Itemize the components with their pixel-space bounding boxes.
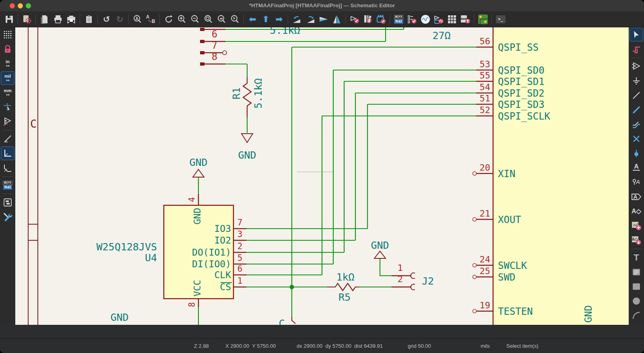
add-junction-button[interactable] (630, 147, 643, 160)
edit-symbol-button[interactable] (348, 12, 361, 26)
draw-circle-button[interactable] (630, 294, 643, 308)
select-tool-button[interactable] (630, 28, 643, 41)
connector-j2[interactable]: 1 2 J2 (392, 263, 434, 290)
units-mils-button[interactable]: mil↔ (1, 71, 14, 85)
snap-to-grid-lock-button[interactable] (1, 42, 14, 56)
add-textbox-button[interactable] (630, 265, 643, 279)
zoom-to-selection-button[interactable] (228, 12, 242, 26)
draw-rectangle-button[interactable] (630, 280, 643, 293)
properties-tools-button[interactable] (1, 210, 14, 224)
add-netclass-directive-button[interactable]: A (630, 175, 643, 189)
add-bus-button[interactable] (630, 103, 643, 117)
plot-button[interactable] (64, 12, 78, 26)
erc-button[interactable] (405, 12, 419, 26)
r5-value: 1kΩ (336, 271, 354, 283)
generate-bom-button[interactable]: .bom (458, 12, 472, 26)
wire-junction[interactable] (290, 285, 294, 289)
left-connector-pins[interactable]: 6 7 8 (200, 28, 227, 66)
navigate-back-button[interactable]: ⬅ (246, 12, 259, 26)
top-toolbar: ↺ ↻ A AB ⬅ ⬆ ➡ R??R42 .bom >_ (0, 11, 644, 27)
grid-icon (3, 30, 12, 39)
gnd-label[interactable]: GND (110, 312, 128, 323)
annotate-sidebar-button[interactable]: R??R42 (1, 178, 14, 192)
save-button[interactable] (2, 12, 16, 26)
resistor-r1[interactable]: R1 5.1kΩ (231, 77, 264, 118)
zoom-in-button[interactable] (175, 12, 188, 26)
edit-footprint-button[interactable] (374, 12, 388, 26)
highlight-net-button[interactable] (630, 42, 643, 56)
left-frame-symbol[interactable]: C (28, 27, 38, 325)
undo-button[interactable]: ↺ (100, 12, 113, 26)
full-cursor-button[interactable] (1, 100, 14, 114)
add-sheet-button[interactable] (630, 219, 643, 233)
wire-hv-button[interactable] (1, 147, 14, 160)
open-pcb-editor-button[interactable] (476, 12, 489, 26)
gnd-symbol[interactable]: GND (238, 134, 256, 161)
status-position: X 2900.00 Y 5750.00 (225, 343, 276, 349)
wire-free-angle-button[interactable] (1, 132, 14, 146)
schematic-canvas[interactable]: C (15, 27, 629, 325)
zoom-fit-objects-button[interactable] (215, 12, 228, 26)
pin-name: IO2 (214, 235, 231, 246)
erc-icon (407, 14, 417, 25)
circle-icon (632, 296, 641, 306)
add-global-label-button[interactable]: A (630, 190, 643, 204)
title-bar: *HTMAAFinalProj [HTMAAFinalProj] — Schem… (0, 0, 644, 11)
u4-reference[interactable]: U4 (145, 252, 157, 264)
right-toolbar: A A A A◇ A◇ T (629, 27, 644, 325)
find-replace-button[interactable]: AB (144, 12, 157, 26)
toggle-grid-button[interactable] (1, 28, 14, 41)
resistor-value-label[interactable]: 5.1kΩ (270, 27, 300, 36)
navigate-up-hierarchy-button[interactable]: ⬆ (259, 12, 272, 26)
add-symbol-button[interactable] (630, 60, 643, 73)
resistor-r5[interactable]: 1kΩ R5 (327, 271, 359, 303)
assign-footprints-button[interactable] (432, 12, 445, 26)
zoom-out-button[interactable] (188, 12, 202, 26)
add-hierarchical-label-button[interactable]: A◇ (630, 204, 643, 218)
gnd-symbol[interactable]: GND (189, 157, 207, 177)
add-wire-button[interactable] (630, 89, 643, 102)
schematic-setup-button[interactable] (20, 12, 33, 26)
pin-name: DI(IO0) (192, 259, 231, 269)
rotate-ccw-button[interactable] (290, 12, 303, 26)
gnd-symbol[interactable]: GND (371, 239, 389, 258)
toggle-hidden-pins-button[interactable] (1, 115, 14, 128)
annotate-button[interactable]: R??R42 (392, 12, 405, 26)
hierarchy-navigator-button[interactable] (1, 196, 14, 209)
find-button[interactable]: A (131, 12, 144, 26)
units-inches-button[interactable]: in↔ (1, 57, 14, 70)
pin-number: 3 (237, 229, 243, 239)
refresh-button[interactable] (162, 12, 175, 26)
import-sheet-pin-button[interactable]: A◇ (630, 233, 643, 247)
zoom-fit-page-button[interactable] (202, 12, 215, 26)
add-net-label-button[interactable]: A (630, 161, 643, 175)
redo-button[interactable]: ↻ (113, 12, 126, 26)
pin-name: QSPI_SS (498, 42, 539, 53)
net-label-icon: A (631, 163, 642, 173)
symbol-fields-table-button[interactable] (445, 12, 458, 26)
rotate-cw-button[interactable] (303, 12, 317, 26)
partial-bottom-component[interactable]: C (279, 317, 295, 325)
hv-wire-icon (3, 149, 12, 158)
open-terminal-button[interactable]: >_ (494, 12, 507, 26)
page-settings-button[interactable] (38, 12, 51, 26)
browse-libraries-button[interactable] (361, 12, 374, 26)
u4-symbol[interactable]: 4 GND 8 VCC 7 3 2 5 6 1 (96, 194, 246, 307)
navigate-forward-button[interactable]: ➡ (272, 12, 286, 26)
simulator-button[interactable] (419, 12, 432, 26)
draw-arc-button[interactable] (630, 309, 643, 322)
wire-to-bus-entry-button[interactable] (630, 118, 643, 131)
add-text-button[interactable]: T (630, 251, 643, 264)
mirror-vertical-button[interactable] (317, 12, 330, 26)
resistor-value-label[interactable]: 27Ω (432, 30, 450, 41)
add-power-port-button[interactable] (630, 74, 643, 88)
units-mm-button[interactable]: mm↔ (1, 86, 14, 99)
paste-button[interactable] (82, 12, 95, 26)
svg-text:B: B (151, 19, 155, 24)
print-button[interactable] (51, 12, 64, 26)
no-connect-button[interactable] (630, 132, 643, 146)
mirror-horizontal-button[interactable] (330, 12, 343, 26)
u4-value[interactable]: W25Q128JVS (96, 241, 157, 253)
rectangle-icon (632, 282, 641, 291)
wire-45-button[interactable] (1, 161, 14, 175)
